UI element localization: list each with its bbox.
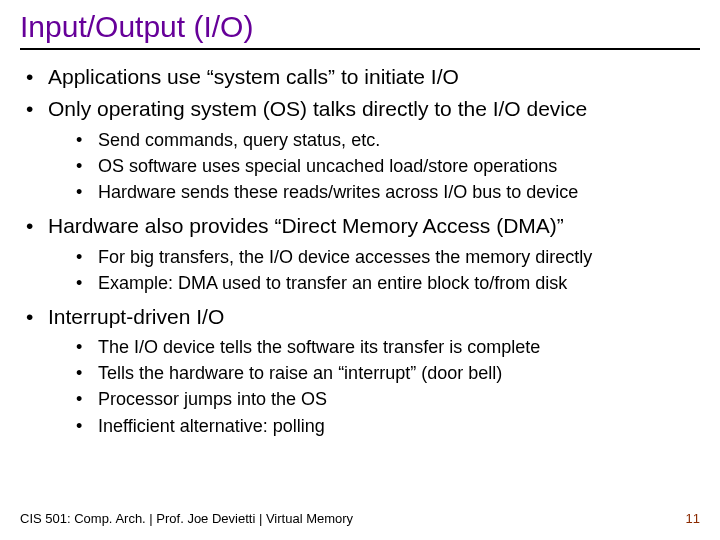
bullet-item: Interrupt-driven I/O The I/O device tell… <box>20 302 700 439</box>
sub-bullet-text: The I/O device tells the software its tr… <box>98 337 540 357</box>
sub-bullet-item: Hardware sends these reads/writes across… <box>70 179 700 205</box>
bullet-item: Only operating system (OS) talks directl… <box>20 94 700 205</box>
sub-bullet-text: Tells the hardware to raise an “interrup… <box>98 363 502 383</box>
slide-title: Input/Output (I/O) <box>20 10 700 50</box>
footer-text: CIS 501: Comp. Arch. | Prof. Joe Deviett… <box>20 511 353 526</box>
sub-bullet-item: Inefficient alternative: polling <box>70 413 700 439</box>
sub-bullet-item: Tells the hardware to raise an “interrup… <box>70 360 700 386</box>
sub-bullet-text: Hardware sends these reads/writes across… <box>98 182 578 202</box>
bullet-item: Applications use “system calls” to initi… <box>20 62 700 92</box>
sub-bullet-list: For big transfers, the I/O device access… <box>48 244 700 296</box>
bullet-item: Hardware also provides “Direct Memory Ac… <box>20 211 700 296</box>
slide-footer: CIS 501: Comp. Arch. | Prof. Joe Deviett… <box>20 511 700 526</box>
sub-bullet-item: Processor jumps into the OS <box>70 386 700 412</box>
sub-bullet-item: For big transfers, the I/O device access… <box>70 244 700 270</box>
sub-bullet-list: Send commands, query status, etc. OS sof… <box>48 127 700 205</box>
bullet-text: Only operating system (OS) talks directl… <box>48 97 587 120</box>
bullet-text: Applications use “system calls” to initi… <box>48 65 459 88</box>
sub-bullet-text: Send commands, query status, etc. <box>98 130 380 150</box>
sub-bullet-text: OS software uses special uncached load/s… <box>98 156 557 176</box>
sub-bullet-list: The I/O device tells the software its tr… <box>48 334 700 438</box>
sub-bullet-item: OS software uses special uncached load/s… <box>70 153 700 179</box>
sub-bullet-item: Send commands, query status, etc. <box>70 127 700 153</box>
bullet-text: Hardware also provides “Direct Memory Ac… <box>48 214 564 237</box>
sub-bullet-text: Processor jumps into the OS <box>98 389 327 409</box>
sub-bullet-item: The I/O device tells the software its tr… <box>70 334 700 360</box>
sub-bullet-text: Inefficient alternative: polling <box>98 416 325 436</box>
page-number: 11 <box>686 511 700 526</box>
sub-bullet-text: Example: DMA used to transfer an entire … <box>98 273 567 293</box>
bullet-text: Interrupt-driven I/O <box>48 305 224 328</box>
bullet-list: Applications use “system calls” to initi… <box>20 62 700 439</box>
sub-bullet-item: Example: DMA used to transfer an entire … <box>70 270 700 296</box>
sub-bullet-text: For big transfers, the I/O device access… <box>98 247 592 267</box>
slide: Input/Output (I/O) Applications use “sys… <box>0 0 720 540</box>
